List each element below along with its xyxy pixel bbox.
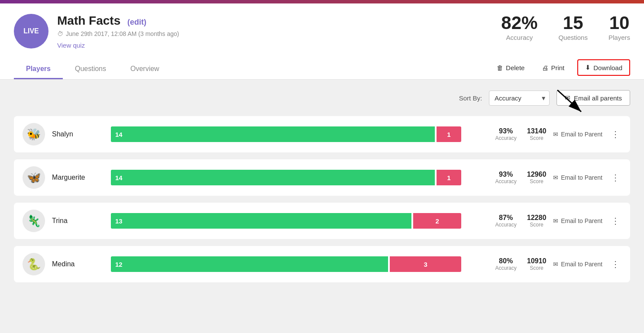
accuracy-mini-label: Accuracy: [495, 135, 516, 141]
player-bar: 14 1: [111, 170, 461, 185]
envelope-icon: ✉: [565, 94, 570, 102]
email-to-parent-label: Email to Parent: [561, 174, 602, 181]
correct-count: 13: [115, 217, 123, 225]
envelope-small-icon: ✉: [553, 131, 558, 138]
tab-overview[interactable]: Overview: [118, 60, 172, 79]
player-row: 🦎 Trina 13 2 87% Accuracy 12280 Score ✉ …: [14, 203, 630, 239]
score-mini-stat: 10910 Score: [527, 257, 547, 271]
envelope-small-icon: ✉: [553, 261, 558, 268]
score-mini-stat: 12280 Score: [527, 214, 547, 228]
tab-actions: 🗑 Delete 🖨 Print ⬇ Download: [492, 59, 630, 79]
correct-count: 12: [115, 261, 123, 268]
correct-bar: 13: [111, 213, 411, 229]
correct-bar: 12: [111, 256, 388, 272]
delete-button[interactable]: 🗑 Delete: [492, 61, 529, 74]
email-to-parent-button[interactable]: ✉ Email to Parent: [553, 174, 602, 181]
email-to-parent-label: Email to Parent: [561, 131, 602, 138]
player-row: 🐍 Medina 12 3 80% Accuracy 10910 Score ✉…: [14, 246, 630, 282]
email-to-parent-label: Email to Parent: [561, 261, 602, 268]
sort-select[interactable]: Accuracy Score Name: [489, 91, 550, 106]
accuracy-mini-stat: 93% Accuracy: [495, 127, 516, 141]
players-stat: 10 Players: [608, 14, 630, 41]
player-avatar: 🦎: [23, 210, 45, 232]
header-top: LIVE Math Facts (edit) ⏱ June 29th 2017,…: [14, 14, 630, 56]
accuracy-mini-label: Accuracy: [495, 178, 516, 184]
player-stats: 93% Accuracy 13140 Score: [468, 127, 546, 141]
clock-icon: ⏱: [57, 30, 63, 37]
edit-link[interactable]: (edit): [127, 18, 146, 26]
correct-count: 14: [115, 174, 123, 181]
wrong-bar: 1: [437, 126, 462, 142]
player-row: 🦋 Marguerite 14 1 93% Accuracy 12960 Sco…: [14, 159, 630, 196]
player-name: Medina: [52, 260, 104, 268]
more-options-button[interactable]: ⋮: [609, 216, 621, 226]
accuracy-percent: 93%: [495, 171, 516, 178]
wrong-bar: 2: [413, 213, 461, 229]
sort-select-wrapper: Accuracy Score Name: [489, 91, 550, 106]
header-info: Math Facts (edit) ⏱ June 29th 2017, 12:0…: [57, 14, 179, 49]
accuracy-stat: 82% Accuracy: [501, 14, 537, 41]
accuracy-label: Accuracy: [501, 34, 537, 41]
download-button[interactable]: ⬇ Download: [577, 59, 630, 76]
email-to-parent-button[interactable]: ✉ Email to Parent: [553, 261, 602, 268]
players-label: Players: [608, 34, 630, 41]
score-mini-label: Score: [527, 222, 547, 228]
player-bar: 14 1: [111, 126, 461, 142]
email-to-parent-label: Email to Parent: [561, 217, 602, 224]
score-mini-label: Score: [527, 135, 547, 141]
players-list: 🐝 Shalyn 14 1 93% Accuracy 13140 Score ✉…: [14, 116, 630, 282]
header-section: LIVE Math Facts (edit) ⏱ June 29th 2017,…: [0, 3, 644, 80]
view-quiz-link[interactable]: View quiz: [57, 42, 179, 49]
download-icon: ⬇: [585, 64, 591, 71]
score-value: 12960: [527, 171, 547, 178]
tab-players[interactable]: Players: [14, 60, 63, 79]
questions-stat: 15 Questions: [558, 14, 588, 41]
player-bar: 12 3: [111, 256, 461, 272]
player-avatar: 🦋: [23, 166, 45, 189]
wrong-count: 1: [447, 174, 450, 181]
more-options-button[interactable]: ⋮: [609, 129, 621, 139]
print-icon: 🖨: [542, 64, 548, 71]
correct-bar: 14: [111, 126, 435, 142]
tab-questions[interactable]: Questions: [63, 60, 118, 79]
questions-value: 15: [558, 14, 588, 32]
more-options-button[interactable]: ⋮: [609, 259, 621, 269]
live-label: LIVE: [23, 27, 39, 35]
quiz-date: June 29th 2017, 12:08 AM (3 months ago): [66, 30, 179, 37]
wrong-count: 3: [424, 261, 427, 268]
print-button[interactable]: 🖨 Print: [537, 61, 569, 74]
player-bar: 13 2: [111, 213, 461, 229]
correct-count: 14: [115, 131, 123, 138]
email-to-parent-button[interactable]: ✉ Email to Parent: [553, 217, 602, 224]
questions-label: Questions: [558, 34, 588, 41]
envelope-small-icon: ✉: [553, 217, 558, 224]
tabs-row: Players Questions Overview 🗑 Delete 🖨 Pr…: [14, 56, 630, 79]
accuracy-mini-stat: 93% Accuracy: [495, 171, 516, 184]
score-value: 13140: [527, 127, 547, 135]
wrong-count: 1: [447, 131, 450, 138]
quiz-title: Math Facts (edit): [57, 14, 179, 28]
accuracy-percent: 80%: [495, 257, 516, 265]
stats-right: 82% Accuracy 15 Questions 10 Players: [501, 14, 630, 41]
sort-label: Sort By:: [459, 94, 482, 102]
top-bar: [0, 0, 644, 3]
wrong-count: 2: [435, 217, 439, 225]
accuracy-mini-label: Accuracy: [495, 222, 516, 228]
more-options-button[interactable]: ⋮: [609, 172, 621, 183]
wrong-bar: 1: [437, 170, 462, 185]
player-avatar: 🐍: [23, 253, 45, 275]
accuracy-mini-label: Accuracy: [495, 265, 516, 271]
player-name: Shalyn: [52, 130, 104, 138]
accuracy-percent: 93%: [495, 127, 516, 135]
score-mini-stat: 13140 Score: [527, 127, 547, 141]
trash-icon: 🗑: [497, 64, 503, 71]
email-to-parent-button[interactable]: ✉ Email to Parent: [553, 131, 602, 138]
score-mini-label: Score: [527, 178, 547, 184]
score-value: 12280: [527, 214, 547, 222]
header-left: LIVE Math Facts (edit) ⏱ June 29th 2017,…: [14, 14, 179, 49]
email-all-parents-button[interactable]: ✉ Email all parents: [557, 90, 630, 106]
player-stats: 93% Accuracy 12960 Score: [468, 171, 546, 184]
player-stats: 87% Accuracy 12280 Score: [468, 214, 546, 228]
score-mini-label: Score: [527, 265, 547, 271]
wrong-bar: 3: [390, 256, 461, 272]
